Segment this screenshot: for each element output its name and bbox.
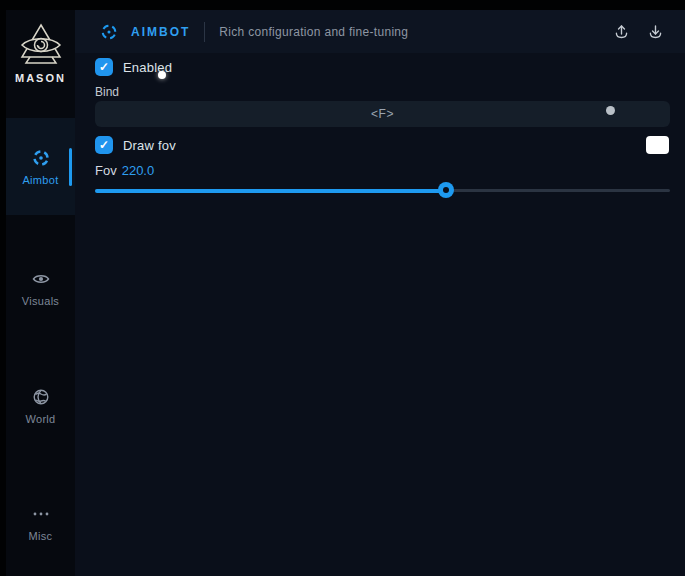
page-subtitle: Rich configuration and fine-tuning: [219, 25, 408, 39]
draw-fov-label: Draw fov: [123, 138, 176, 153]
divider: [204, 22, 205, 42]
sidebar-item-label: Misc: [29, 530, 53, 542]
page-title: AIMBOT: [131, 25, 190, 39]
checkmark-icon: ✓: [99, 139, 109, 151]
cursor-dot: [158, 71, 166, 79]
crosshair-icon: [100, 23, 118, 41]
crosshair-icon: [31, 148, 51, 168]
fov-label-row: Fov220.0: [95, 163, 154, 178]
sidebar-item-aimbot[interactable]: Aimbot: [6, 118, 75, 215]
sidebar-item-visuals[interactable]: Visuals: [6, 248, 75, 328]
draw-fov-checkbox[interactable]: ✓: [95, 136, 113, 154]
fov-value: 220.0: [122, 163, 155, 178]
header-bar: AIMBOT Rich configuration and fine-tunin…: [75, 10, 685, 53]
bind-label: Bind: [95, 85, 119, 99]
app-window: MASON Aimbot Visuals: [0, 0, 685, 576]
main-panel: AIMBOT Rich configuration and fine-tunin…: [75, 10, 685, 576]
ellipsis-icon: [31, 504, 51, 524]
fov-slider[interactable]: [95, 182, 670, 198]
sidebar-item-label: World: [25, 413, 55, 425]
brand: MASON: [6, 22, 75, 84]
sidebar-item-label: Visuals: [22, 295, 59, 307]
eye-icon: [31, 269, 51, 289]
fov-label: Fov: [95, 163, 117, 178]
fov-slider-thumb[interactable]: [438, 182, 454, 198]
sidebar: MASON Aimbot Visuals: [6, 10, 75, 576]
fov-color-swatch[interactable]: [646, 136, 669, 154]
upload-config-button[interactable]: [607, 18, 635, 46]
sidebar-item-misc[interactable]: Misc: [6, 483, 75, 563]
enabled-checkbox[interactable]: ✓: [95, 58, 113, 76]
brand-name: MASON: [6, 72, 75, 84]
download-icon: [647, 23, 664, 40]
checkmark-icon: ✓: [99, 61, 109, 73]
upload-icon: [613, 23, 630, 40]
picker-dot: [606, 106, 615, 115]
draw-fov-row: ✓ Draw fov: [95, 136, 176, 154]
bind-value: <F>: [371, 107, 394, 121]
active-tab-indicator: [69, 148, 72, 186]
sidebar-item-world[interactable]: World: [6, 366, 75, 446]
sidebar-item-label: Aimbot: [22, 174, 58, 186]
download-config-button[interactable]: [641, 18, 669, 46]
fov-slider-fill: [95, 189, 446, 193]
bind-input[interactable]: <F>: [95, 101, 670, 127]
globe-icon: [31, 387, 51, 407]
eye-pyramid-logo-icon: [17, 22, 65, 68]
